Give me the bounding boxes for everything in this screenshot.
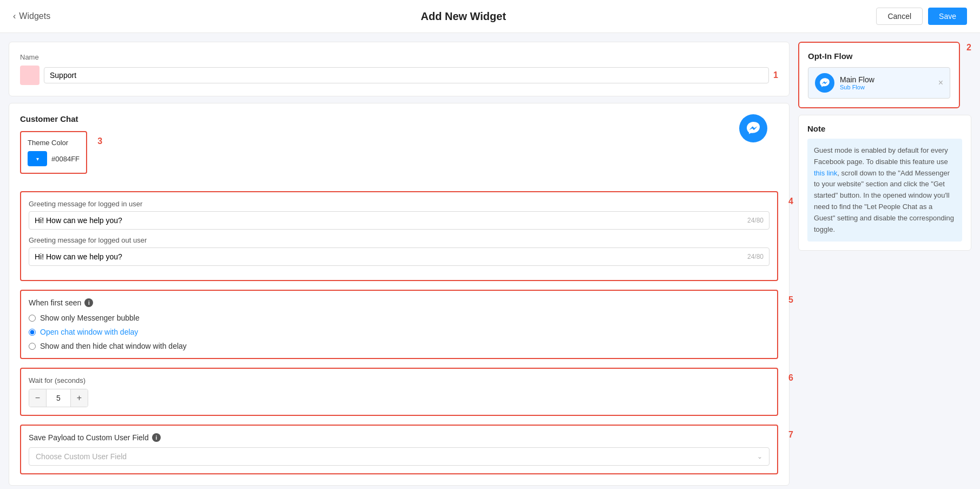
custom-user-field-select[interactable]: Choose Custom User Field ⌄ bbox=[29, 447, 769, 466]
stepper: − 5 + bbox=[29, 389, 88, 407]
save-payload-section: Save Payload to Custom User Field i Choo… bbox=[20, 425, 778, 474]
stepper-decrement[interactable]: − bbox=[29, 389, 47, 407]
radio-bubble-label: Show only Messenger bubble bbox=[40, 314, 140, 322]
stepper-increment[interactable]: + bbox=[70, 389, 88, 407]
when-first-seen-title: When first seen i bbox=[29, 298, 769, 307]
greeting-logged-in-wrap: 24/80 bbox=[29, 211, 769, 230]
cancel-button[interactable]: Cancel bbox=[876, 8, 923, 25]
header: ‹ Widgets Add New Widget Cancel Save bbox=[0, 0, 980, 33]
name-label: Name bbox=[20, 53, 778, 61]
messenger-flow-icon bbox=[815, 73, 834, 93]
color-swatch-wrap: ▾ #0084FF bbox=[28, 151, 80, 166]
radio-hide-label: Show and then hide chat window with dela… bbox=[40, 342, 187, 350]
note-title: Note bbox=[807, 124, 962, 133]
radio-hide-input[interactable] bbox=[29, 343, 36, 350]
greeting-logged-out-input[interactable] bbox=[35, 252, 747, 261]
greeting-section: Greeting message for logged in user 24/8… bbox=[20, 191, 778, 281]
messenger-icon bbox=[745, 120, 761, 136]
customer-chat-title: Customer Chat bbox=[20, 114, 778, 123]
radio-delay-input[interactable] bbox=[29, 329, 36, 336]
save-button[interactable]: Save bbox=[928, 8, 967, 25]
opt-in-info: Main Flow Sub Flow bbox=[840, 75, 933, 90]
greeting-logged-in-input[interactable] bbox=[35, 216, 747, 225]
main-layout: Name 1 Customer Chat bbox=[0, 33, 980, 489]
step-7-label: 7 bbox=[788, 430, 793, 440]
messenger-preview bbox=[739, 114, 767, 142]
messenger-circle bbox=[739, 114, 767, 142]
step-2-label: 2 bbox=[966, 42, 971, 53]
greeting-logged-out-label: Greeting message for logged out user bbox=[29, 236, 769, 244]
save-payload-info-icon: i bbox=[152, 433, 161, 442]
save-payload-label: Save Payload to Custom User Field i bbox=[29, 433, 769, 442]
stepper-value: 5 bbox=[47, 394, 70, 402]
chevron-left-icon: ‹ bbox=[13, 11, 16, 21]
radio-bubble-input[interactable] bbox=[29, 315, 36, 322]
custom-user-field-placeholder: Choose Custom User Field bbox=[36, 452, 127, 461]
back-label: Widgets bbox=[19, 11, 50, 21]
name-card: Name 1 bbox=[9, 42, 790, 96]
step-6-label: 6 bbox=[788, 373, 793, 383]
step-4-label: 4 bbox=[788, 197, 793, 206]
info-icon: i bbox=[84, 298, 93, 307]
opt-in-title: Opt-In Flow bbox=[808, 51, 950, 61]
greeting-logged-out-wrap: 24/80 bbox=[29, 247, 769, 266]
note-body-before: Guest mode is enabled by default for eve… bbox=[814, 146, 948, 166]
name-avatar bbox=[20, 66, 40, 85]
opt-in-card: Opt-In Flow Main Flow Sub Flow × bbox=[798, 42, 960, 108]
opt-in-close-button[interactable]: × bbox=[938, 78, 943, 88]
messenger-small-icon bbox=[819, 77, 831, 89]
greeting-logged-in-label: Greeting message for logged in user bbox=[29, 200, 769, 208]
name-input-wrap bbox=[20, 66, 769, 85]
greeting-logged-out-count: 24/80 bbox=[747, 253, 764, 260]
header-actions: Cancel Save bbox=[876, 8, 967, 25]
note-link[interactable]: this link bbox=[814, 169, 837, 177]
color-swatch[interactable]: ▾ bbox=[28, 151, 47, 166]
chevron-down-icon: ▾ bbox=[36, 156, 39, 162]
customer-chat-card: Customer Chat Theme Color ▾ bbox=[9, 103, 790, 486]
radio-bubble[interactable]: Show only Messenger bubble bbox=[29, 314, 769, 322]
when-first-seen-section: When first seen i Show only Messenger bu… bbox=[20, 290, 778, 359]
name-input[interactable] bbox=[44, 67, 769, 83]
theme-color-section: Theme Color ▾ #0084FF bbox=[20, 131, 87, 174]
note-card: Note Guest mode is enabled by default fo… bbox=[798, 115, 971, 251]
radio-group: Show only Messenger bubble Open chat win… bbox=[29, 314, 769, 350]
theme-color-label: Theme Color bbox=[28, 139, 80, 147]
right-panel: Opt-In Flow Main Flow Sub Flow × 2 bbox=[798, 42, 971, 486]
opt-in-flow-name: Main Flow bbox=[840, 75, 933, 84]
note-body: Guest mode is enabled by default for eve… bbox=[807, 139, 962, 242]
when-first-seen-label: When first seen bbox=[29, 298, 81, 307]
radio-delay[interactable]: Open chat window with delay bbox=[29, 328, 769, 336]
chevron-down-icon: ⌄ bbox=[757, 453, 762, 460]
back-button[interactable]: ‹ Widgets bbox=[13, 11, 50, 21]
left-panel: Name 1 Customer Chat bbox=[9, 42, 790, 486]
opt-in-sub-label: Sub Flow bbox=[840, 84, 933, 90]
step-5-label: 5 bbox=[788, 295, 793, 305]
radio-hide[interactable]: Show and then hide chat window with dela… bbox=[29, 342, 769, 350]
note-body-after: , scroll down to the "Add Messenger to y… bbox=[814, 169, 954, 233]
step-3-label: 3 bbox=[97, 136, 102, 146]
color-hex-value: #0084FF bbox=[51, 155, 80, 163]
step-1-label: 1 bbox=[773, 70, 778, 80]
wait-for-label: Wait for (seconds) bbox=[29, 376, 769, 384]
opt-in-row: Opt-In Flow Main Flow Sub Flow × 2 bbox=[798, 42, 971, 108]
greeting-logged-in-count: 24/80 bbox=[747, 217, 764, 224]
radio-delay-label: Open chat window with delay bbox=[40, 328, 138, 336]
opt-in-item: Main Flow Sub Flow × bbox=[808, 67, 950, 99]
page-title: Add New Widget bbox=[421, 10, 507, 23]
wait-for-section: Wait for (seconds) − 5 + bbox=[20, 368, 778, 416]
name-row: 1 bbox=[20, 66, 778, 85]
